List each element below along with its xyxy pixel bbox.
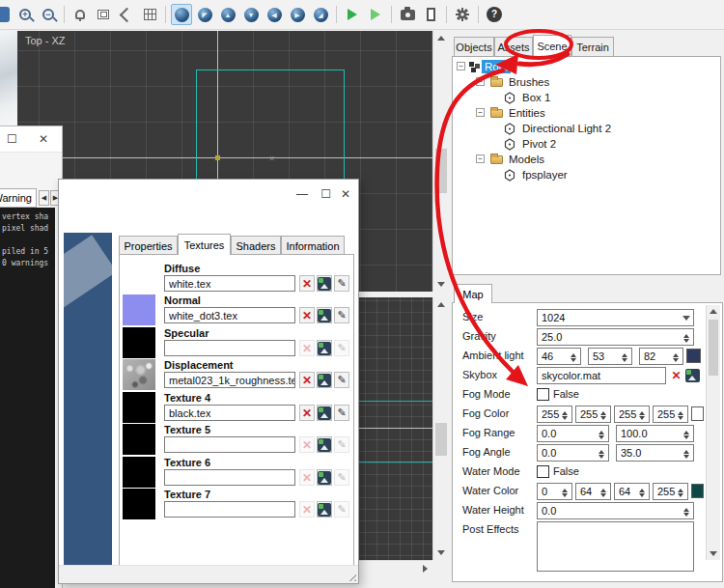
perspective-viewport-sliver[interactable] <box>0 31 17 127</box>
diffuse-input[interactable] <box>165 276 294 291</box>
collapse-icon[interactable]: − <box>476 154 485 163</box>
skybox-input[interactable] <box>538 368 665 383</box>
tree-item-models[interactable]: − Models <box>453 152 720 167</box>
close-icon[interactable]: ✕ <box>39 132 48 146</box>
tab-warning[interactable]: Warning <box>0 188 37 208</box>
ambient-r-input[interactable] <box>538 349 569 364</box>
viewmode-side-icon[interactable]: ◀ <box>264 4 285 25</box>
fog-range-near-input[interactable] <box>538 426 597 441</box>
load-texture-button[interactable] <box>317 372 332 388</box>
maximize-icon[interactable]: ☐ <box>7 132 17 146</box>
spinner[interactable] <box>599 406 610 422</box>
options-icon[interactable] <box>452 4 473 25</box>
tab-map[interactable]: Map <box>454 284 492 303</box>
viewmode-wire-icon[interactable]: ◤ <box>194 4 215 25</box>
minimize-icon[interactable]: — <box>296 187 308 201</box>
texture4-input[interactable] <box>165 406 294 420</box>
load-texture-button[interactable] <box>317 340 332 356</box>
spinner[interactable] <box>560 484 571 499</box>
tab-scroll-left-icon[interactable]: ◀ <box>39 190 49 206</box>
console-titlebar[interactable]: ☐ ✕ <box>0 126 62 153</box>
load-texture-button[interactable] <box>317 405 332 421</box>
water-a-input[interactable] <box>654 484 676 499</box>
post-effects-listbox[interactable] <box>537 521 694 572</box>
spinner[interactable] <box>637 484 649 499</box>
zoom-out-icon[interactable]: − <box>38 4 59 25</box>
tree-item-root[interactable]: − Root <box>453 59 720 74</box>
skybox-clear-button[interactable]: ✕ <box>669 368 683 383</box>
water-mode-checkbox[interactable] <box>537 465 549 478</box>
spinner[interactable] <box>569 349 580 364</box>
tab-objects[interactable]: Objects <box>454 37 494 56</box>
water-g-input[interactable] <box>576 484 599 499</box>
edit-texture-button[interactable]: ✎ <box>334 372 349 388</box>
tab-terrain[interactable]: Terrain <box>571 37 614 56</box>
fog-angle-max-input[interactable] <box>617 445 682 461</box>
spinner[interactable] <box>599 484 610 499</box>
water-b-input[interactable] <box>615 484 637 499</box>
fog-range-far-input[interactable] <box>617 426 682 441</box>
tree-item-brushes[interactable]: − Brushes <box>453 74 720 90</box>
spinner[interactable] <box>637 406 649 422</box>
water-color-swatch[interactable] <box>691 484 704 498</box>
fog-r-input[interactable] <box>538 406 560 422</box>
screenshot-icon[interactable] <box>397 4 418 25</box>
frame-icon[interactable] <box>420 4 441 25</box>
scroll-up-icon[interactable] <box>433 31 449 45</box>
texture6-input[interactable] <box>165 470 294 485</box>
tree-item-entities[interactable]: − Entities <box>453 105 720 121</box>
tab-scene[interactable]: Scene <box>533 35 571 56</box>
maximize-icon[interactable]: ☐ <box>320 187 331 201</box>
displacement-input[interactable] <box>165 373 294 387</box>
viewmode-top-icon[interactable]: ▲ <box>217 4 238 25</box>
tab-properties[interactable]: Properties <box>119 236 178 255</box>
run-debug-icon[interactable] <box>365 4 386 25</box>
tree-item-fpsplayer[interactable]: fpsplayer <box>453 167 720 182</box>
edit-texture-button[interactable]: ✎ <box>334 275 349 292</box>
collapse-icon[interactable]: − <box>476 77 485 86</box>
spinner[interactable] <box>671 349 682 364</box>
scrollbar-thumb[interactable] <box>435 149 447 193</box>
console-output[interactable]: vertex sha pixel shad piled in 5 0 warni… <box>0 208 55 588</box>
load-texture-button[interactable] <box>317 501 332 518</box>
ambient-b-input[interactable] <box>640 349 671 364</box>
spinner[interactable] <box>597 426 608 441</box>
clear-texture-button[interactable]: ✕ <box>299 275 315 292</box>
help-icon[interactable]: ? <box>484 4 505 25</box>
viewmode-quad-icon[interactable]: ◢ <box>310 4 331 25</box>
size-dropdown[interactable]: 1024 <box>537 309 694 326</box>
collapse-icon[interactable]: − <box>457 62 465 70</box>
scroll-up-icon[interactable] <box>707 305 720 318</box>
spinner[interactable] <box>620 349 631 364</box>
fog-b-input[interactable] <box>615 406 637 422</box>
texture7-input[interactable] <box>165 502 294 517</box>
viewmode-solid-icon[interactable] <box>171 4 192 25</box>
viewmode-perspective-icon[interactable]: ▶ <box>287 4 308 25</box>
scrollbar-thumb[interactable] <box>435 423 447 456</box>
collapse-icon[interactable]: − <box>476 108 485 117</box>
zoom-in-icon[interactable]: + <box>14 4 36 25</box>
spinner[interactable] <box>682 329 693 345</box>
close-icon[interactable]: ✕ <box>341 187 350 201</box>
scroll-up-icon[interactable] <box>433 297 449 312</box>
load-texture-button[interactable] <box>317 436 332 453</box>
specular-input[interactable] <box>165 341 294 355</box>
clear-texture-button[interactable]: ✕ <box>299 405 315 421</box>
tab-information[interactable]: Information <box>281 236 345 255</box>
scroll-down-icon[interactable] <box>433 277 449 292</box>
map-panel-scrollbar[interactable] <box>706 305 720 560</box>
normal-input[interactable] <box>165 308 294 322</box>
bottom-viewport-vscrollbar[interactable] <box>432 297 449 560</box>
top-viewport-vscrollbar[interactable] <box>432 31 449 292</box>
water-height-input[interactable] <box>538 503 682 518</box>
tree-item-pivot[interactable]: Pivot 2 <box>453 136 720 152</box>
scroll-down-icon[interactable] <box>707 547 720 560</box>
chevron-down-icon[interactable] <box>680 310 693 325</box>
scroll-down-icon[interactable] <box>433 546 449 560</box>
clear-texture-button[interactable]: ✕ <box>299 372 315 388</box>
spotlight-icon[interactable] <box>70 4 91 25</box>
drag-select-icon[interactable] <box>116 4 137 25</box>
spinner[interactable] <box>682 445 693 461</box>
tab-shaders[interactable]: Shaders <box>231 236 281 255</box>
water-r-input[interactable] <box>538 484 560 499</box>
